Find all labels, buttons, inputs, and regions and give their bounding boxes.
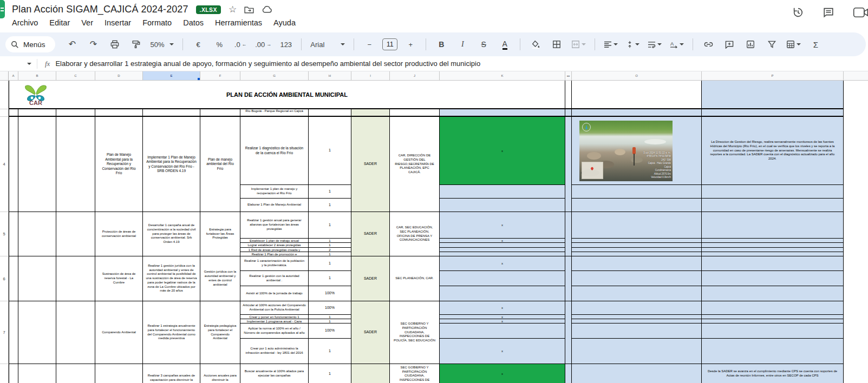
print-button[interactable] — [107, 37, 123, 51]
cell[interactable] — [390, 109, 440, 117]
sheet-title-cell[interactable]: CAR PLAN DE ACCIÓN AMBIENTAL MUNICIPAL — [9, 81, 565, 109]
menu-datos[interactable]: Datos — [183, 18, 204, 27]
cell-mark[interactable] — [440, 252, 565, 256]
increase-font-size-button[interactable]: + — [402, 37, 419, 51]
create-filter-button[interactable] — [763, 37, 780, 51]
col-header-K[interactable]: K — [440, 71, 565, 80]
italic-button[interactable]: I — [454, 37, 471, 51]
cell[interactable] — [702, 301, 844, 315]
cell-strategy[interactable]: Gestión jurídica con la autoridad ambien… — [200, 256, 240, 301]
insert-chart-button[interactable] — [742, 37, 759, 51]
cell-mark-green[interactable]: x — [440, 364, 565, 383]
cell-activity[interactable]: Implementar 1 plan de manejo y recuperac… — [240, 185, 309, 199]
cell-O-title[interactable] — [572, 81, 702, 109]
font-family-select[interactable]: Arial — [309, 37, 347, 51]
zoom-select[interactable]: 50% — [149, 37, 176, 51]
borders-button[interactable] — [549, 37, 565, 51]
cell[interactable] — [702, 199, 844, 212]
col-header-O[interactable]: O — [572, 71, 702, 80]
menu-insertar[interactable]: Insertar — [105, 18, 131, 27]
cell-value[interactable]: 100% — [309, 301, 351, 315]
cell[interactable] — [702, 286, 844, 301]
functions-button[interactable]: Σ — [807, 37, 824, 51]
cell-activity[interactable]: Asistir al 100% de la jornada de trabajo — [240, 286, 309, 301]
river-photo[interactable]: 3 oct 2024 11:51:22 a. m. 4°55'14"N 74°0… — [579, 121, 673, 181]
document-title[interactable]: Plan Acción SIGAM_CAJICÁ 2024-2027 — [12, 4, 188, 15]
cell-activity[interactable]: Realizar 1 diagnóstico de la situación d… — [240, 117, 309, 185]
cell[interactable] — [572, 271, 702, 286]
cell-mark[interactable] — [440, 248, 565, 252]
cell[interactable] — [572, 315, 702, 319]
font-size-input[interactable]: 11 — [382, 38, 397, 50]
cell-mark[interactable] — [440, 199, 565, 212]
cell[interactable] — [9, 301, 18, 364]
cell-partners[interactable]: SEC GOBIERNO Y PARTICIPACIÓN CIUDADANA, … — [390, 301, 440, 364]
meet-button[interactable] — [853, 6, 868, 18]
row-number[interactable]: 5 — [0, 212, 9, 256]
cell[interactable] — [702, 243, 844, 248]
cell-partners[interactable]: CAR, SEC EDUCACIÓN, SEC PLANEACIÓN, OFIC… — [390, 212, 440, 256]
text-rotation-button[interactable]: A — [668, 37, 686, 51]
cell-mark[interactable]: x — [440, 301, 565, 315]
cell-lead[interactable]: SADER — [351, 301, 390, 364]
star-button[interactable]: ☆ — [229, 5, 237, 14]
cell-partners[interactable]: SEC GOBIERNO Y PARTICIPACIÓN CIUDADANA, … — [390, 364, 440, 383]
fill-color-button[interactable] — [527, 37, 544, 51]
insert-comment-button[interactable] — [721, 37, 738, 51]
cell-activity[interactable]: Elaborar 1 Plan de Manejo Ambiental — [240, 199, 309, 212]
cell-program[interactable] — [95, 364, 143, 383]
cell[interactable] — [702, 319, 844, 323]
cell-observations[interactable]: Desde la SADER se avanza en el cumplimie… — [702, 364, 844, 383]
cell-value[interactable]: 2 — [309, 248, 351, 252]
cell-activity[interactable]: Realizar 1 caracterización de la poblaci… — [240, 256, 309, 271]
cell[interactable] — [18, 256, 56, 301]
cell-mark[interactable] — [440, 323, 565, 339]
cell[interactable] — [18, 117, 56, 212]
name-box[interactable] — [0, 63, 37, 65]
menu-archivo[interactable]: Archivo — [12, 18, 38, 27]
cell[interactable] — [9, 109, 18, 117]
cell-mark[interactable]: x — [440, 339, 565, 364]
cell-value[interactable]: 100% — [309, 323, 351, 339]
cell-observations[interactable]: La Direccion de Gestion del Riesgo, real… — [702, 117, 844, 185]
cell[interactable] — [18, 212, 56, 256]
cell-activity[interactable]: Realizar 1 gestión con la autoridad ambi… — [240, 271, 309, 286]
format-percent-button[interactable]: % — [211, 37, 227, 51]
hidden-columns-gap-cell[interactable] — [565, 117, 572, 212]
col-header-F[interactable]: F — [200, 71, 240, 80]
version-history-button[interactable] — [792, 6, 804, 18]
col-header-B[interactable]: B — [18, 71, 56, 80]
cell[interactable] — [56, 301, 95, 364]
cell-activity[interactable]: Aplicar la norma al 100% en el año / Núm… — [240, 323, 309, 339]
cell[interactable] — [702, 239, 844, 243]
cell-program[interactable]: Comparendo Ambiental — [95, 301, 143, 364]
col-header-H[interactable]: H — [309, 71, 351, 80]
cell[interactable] — [9, 364, 18, 383]
cell[interactable] — [572, 185, 702, 199]
increase-decimal-button[interactable]: .00→ — [253, 37, 273, 51]
cell[interactable] — [572, 319, 702, 323]
cell[interactable] — [702, 248, 844, 252]
cell-strategy[interactable]: Plan de manejo ambiental del Río Frío — [200, 117, 240, 212]
undo-button[interactable]: ↶ — [64, 37, 81, 51]
row-number[interactable]: 6 — [0, 256, 9, 301]
hidden-columns-gap-cell[interactable] — [565, 301, 572, 364]
cell-lead[interactable]: SADER — [351, 256, 390, 301]
hidden-columns-gap-cell[interactable] — [565, 364, 572, 383]
cell-strategy[interactable]: Estrategia pedagógica para fortalecer el… — [200, 301, 240, 364]
cell[interactable] — [572, 252, 702, 256]
cell-value[interactable]: 1 — [309, 117, 351, 185]
cell[interactable] — [702, 323, 844, 339]
col-header-C[interactable]: C — [56, 71, 95, 80]
cell[interactable] — [572, 364, 702, 383]
cloud-status-button[interactable] — [262, 6, 272, 14]
menu-editar[interactable]: Editar — [49, 18, 70, 27]
cell-value[interactable]: 1 — [309, 319, 351, 323]
cell-mark[interactable] — [440, 185, 565, 199]
col-header-J[interactable]: J — [390, 71, 440, 80]
cell-P-title[interactable] — [702, 81, 844, 109]
cell-mark[interactable] — [440, 243, 565, 248]
cell-activity[interactable]: Crear y poner en funcionamiento 1 — [240, 315, 309, 319]
cell-mark[interactable]: x — [440, 212, 565, 239]
cell[interactable] — [9, 212, 18, 256]
